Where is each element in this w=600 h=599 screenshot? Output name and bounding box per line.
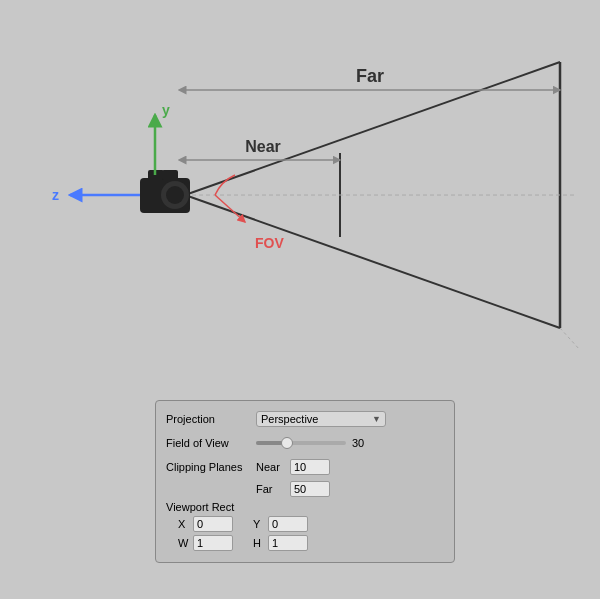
projection-value: Perspective	[261, 413, 318, 425]
projection-dropdown[interactable]: Perspective ▼	[256, 411, 386, 427]
near-input[interactable]	[290, 459, 330, 475]
fov-slider-container: 30	[256, 437, 444, 449]
x-input[interactable]	[193, 516, 233, 532]
far-label-panel: Far	[256, 483, 286, 495]
y-input[interactable]	[268, 516, 308, 532]
svg-point-12	[166, 186, 184, 204]
near-label: Near	[256, 461, 286, 473]
clipping-header-row: Clipping Planes Near	[166, 457, 444, 477]
far-label: Far	[356, 66, 384, 86]
projection-row: Projection Perspective ▼	[166, 409, 444, 429]
frustum-diagram: Far Near FOV y z	[0, 0, 600, 390]
y-axis-label: y	[162, 102, 170, 118]
fov-slider-track[interactable]	[256, 441, 346, 445]
z-axis-label: z	[52, 187, 59, 203]
near-sub-control: Near	[256, 459, 444, 475]
fov-label: Field of View	[166, 437, 256, 449]
fov-slider-fill	[256, 441, 283, 445]
far-row: Far	[166, 481, 444, 497]
fov-value: 30	[352, 437, 377, 449]
w-input[interactable]	[193, 535, 233, 551]
settings-panel: Projection Perspective ▼ Field of View 3…	[155, 400, 455, 563]
svg-rect-14	[162, 170, 178, 180]
far-input[interactable]	[290, 481, 330, 497]
viewport-xy-row: X Y	[178, 516, 444, 532]
projection-label: Projection	[166, 413, 256, 425]
diagram-area: Far Near FOV y z	[0, 0, 600, 390]
clipping-label: Clipping Planes	[166, 461, 256, 473]
fov-slider-thumb[interactable]	[281, 437, 293, 449]
fov-row: Field of View 30	[166, 433, 444, 453]
viewport-wh-row: W H	[178, 535, 444, 551]
viewport-header: Viewport Rect	[166, 501, 444, 513]
w-label: W	[178, 537, 193, 549]
fov-label: FOV	[255, 235, 284, 251]
h-label: H	[253, 537, 268, 549]
y-label: Y	[253, 518, 268, 530]
dropdown-arrow-icon: ▼	[372, 414, 381, 424]
x-label: X	[178, 518, 193, 530]
h-input[interactable]	[268, 535, 308, 551]
near-label: Near	[245, 138, 281, 155]
